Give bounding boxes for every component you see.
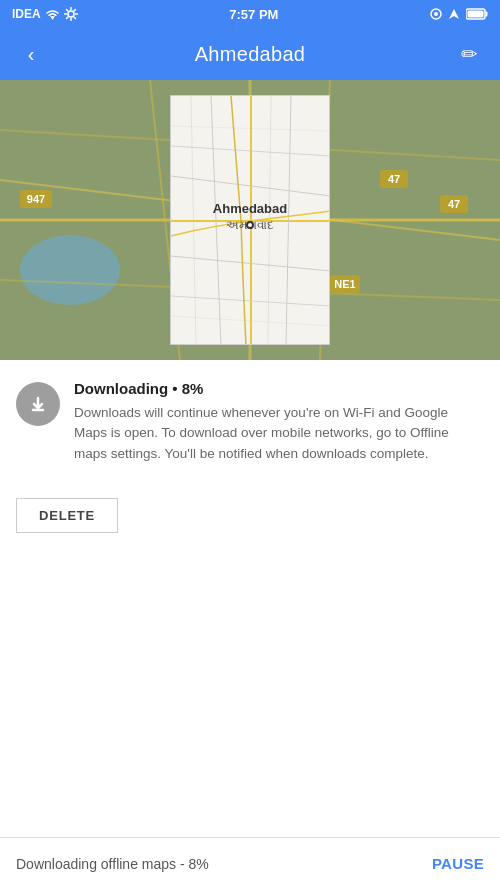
map-center-dot: [246, 221, 254, 229]
map-card: Ahmedabad અમદાવાદ: [170, 95, 330, 345]
status-time: 7:57 PM: [229, 7, 278, 22]
svg-text:47: 47: [448, 198, 460, 210]
map-area: 947 47 47 NE1: [0, 80, 500, 360]
bottom-bar: Downloading offline maps - 8% PAUSE: [0, 837, 500, 889]
download-icon: [26, 392, 50, 416]
svg-text:NE1: NE1: [334, 278, 355, 290]
navigation-icon: [448, 8, 460, 20]
edit-button[interactable]: ✏: [454, 42, 484, 66]
download-row: Downloading • 8% Downloads will continue…: [16, 380, 484, 464]
city-name-label: Ahmedabad: [213, 201, 287, 216]
svg-rect-14: [486, 12, 488, 17]
svg-line-6: [66, 10, 67, 11]
status-left: IDEA: [12, 7, 78, 21]
svg-point-1: [68, 11, 74, 17]
pause-button[interactable]: PAUSE: [432, 855, 484, 872]
brightness-icon: [64, 7, 78, 21]
svg-point-0: [51, 18, 53, 20]
svg-line-8: [74, 10, 75, 11]
status-bar: IDEA 7:57 PM: [0, 0, 500, 28]
download-description: Downloads will continue whenever you're …: [74, 403, 484, 464]
svg-line-7: [74, 17, 75, 18]
svg-text:947: 947: [27, 193, 45, 205]
bottom-status-text: Downloading offline maps - 8%: [16, 856, 209, 872]
svg-marker-12: [449, 9, 459, 19]
svg-point-11: [434, 12, 438, 16]
svg-rect-15: [468, 11, 484, 18]
svg-line-9: [66, 17, 67, 18]
app-header: ‹ Ahmedabad ✏: [0, 28, 500, 80]
download-icon-circle: [16, 382, 60, 426]
status-right: [430, 8, 488, 20]
battery-icon: [466, 8, 488, 20]
svg-point-17: [20, 235, 120, 305]
carrier-label: IDEA: [12, 7, 41, 21]
delete-button[interactable]: DELETE: [16, 498, 118, 533]
wifi-icon: [45, 8, 60, 20]
svg-text:47: 47: [388, 173, 400, 185]
content-area: Downloading • 8% Downloads will continue…: [0, 360, 500, 549]
download-status: Downloading • 8%: [74, 380, 484, 397]
back-button[interactable]: ‹: [16, 43, 46, 66]
download-text-block: Downloading • 8% Downloads will continue…: [74, 380, 484, 464]
location-icon: [430, 8, 442, 20]
page-title: Ahmedabad: [195, 43, 306, 66]
